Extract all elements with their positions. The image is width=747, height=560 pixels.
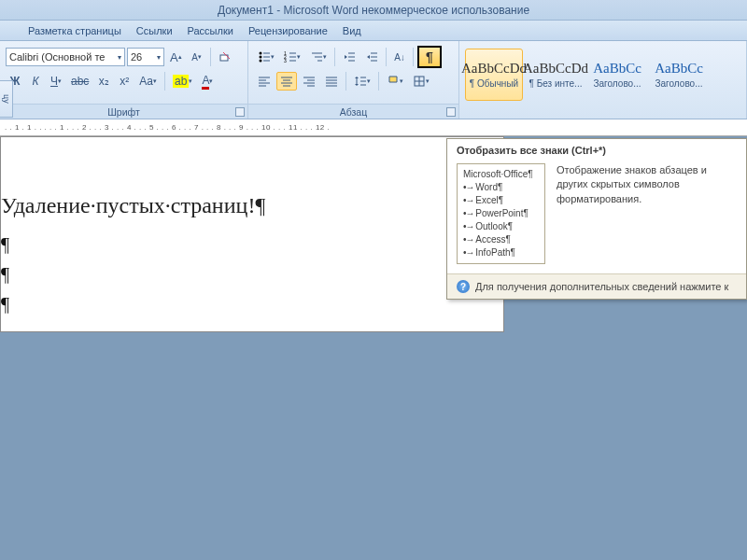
style-item-2[interactable]: AaBbCcЗаголово... [588, 49, 646, 101]
title-text: Документ1 - Microsoft Word некоммерческо… [218, 4, 529, 17]
group-font: Calibri (Основной те▾ 26▾ A▴ A▾ Ж К Ч▾ a… [0, 41, 248, 119]
svg-point-5 [260, 60, 262, 63]
sort-button[interactable]: A↓ [390, 48, 409, 66]
align-justify-button[interactable] [321, 72, 342, 91]
shrink-font-button[interactable]: A▾ [188, 48, 206, 66]
change-case-button[interactable]: Aa▾ [135, 72, 161, 91]
clipboard-tab[interactable]: цу [0, 80, 13, 118]
style-item-3[interactable]: AaBbCcЗаголово... [650, 49, 708, 101]
font-color-button[interactable]: A▾ [198, 72, 217, 91]
blank-para-3: ¶ [1, 289, 503, 319]
ribbon: Calibri (Основной те▾ 26▾ A▴ A▾ Ж К Ч▾ a… [0, 41, 747, 119]
font-size-combo[interactable]: 26▾ [127, 48, 164, 66]
clear-format-button[interactable] [215, 48, 237, 66]
highlight-button[interactable]: ab▾ [169, 72, 196, 91]
title-bar: Документ1 - Microsoft Word некоммерческо… [0, 0, 747, 21]
font-family-combo[interactable]: Calibri (Основной те▾ [6, 48, 125, 66]
ribbon-tabs: Разметка страницы Ссылки Рассылки Реценз… [0, 21, 747, 41]
tooltip: Отобразить все знаки (Ctrl+*) Microsoft·… [446, 138, 747, 300]
svg-text:3: 3 [284, 58, 287, 63]
para-dialog-launcher[interactable] [446, 107, 456, 117]
subscript-button[interactable]: x₂ [94, 72, 113, 91]
superscript-button[interactable]: x² [115, 72, 134, 91]
tooltip-sample: Microsoft·Office¶ Word¶Excel¶PowerPoint¶… [457, 163, 545, 264]
align-left-button[interactable] [254, 72, 275, 91]
tab-references[interactable]: Ссылки [136, 25, 173, 36]
strike-button[interactable]: abc [67, 72, 92, 91]
shading-button[interactable]: ▾ [383, 72, 407, 91]
indent-decrease-button[interactable] [339, 48, 359, 66]
show-hide-button[interactable]: ¶ [417, 46, 442, 68]
bullets-button[interactable]: ▾ [254, 48, 278, 66]
ruler[interactable]: . . 1 . 1 . . . . . 1 . . . 2 . . . 3 . … [0, 119, 747, 136]
blank-para-2: ¶ [1, 259, 503, 289]
tooltip-desc: Отображение знаков абзацев и другиx скры… [557, 163, 737, 264]
tab-mailings[interactable]: Рассылки [188, 25, 233, 36]
doc-heading: Удаление·пустых·страниц!¶ [1, 193, 503, 218]
italic-button[interactable]: К [26, 72, 45, 91]
numbering-button[interactable]: 123▾ [280, 48, 304, 66]
underline-button[interactable]: Ч▾ [47, 72, 65, 91]
svg-point-1 [260, 52, 262, 55]
multilevel-button[interactable]: ▾ [306, 48, 331, 66]
grow-font-button[interactable]: A▴ [166, 48, 186, 66]
tooltip-title: Отобразить все знаки (Ctrl+*) [447, 139, 746, 160]
style-item-1[interactable]: AaBbCcDd¶ Без инте... [527, 49, 585, 101]
style-item-0[interactable]: AaBbCcDd¶ Обычный [465, 49, 523, 101]
group-styles: AaBbCcDd¶ ОбычныйAaBbCcDd¶ Без инте...Aa… [459, 41, 747, 119]
document-page[interactable]: Удаление·пустых·страниц!¶ ¶ ¶ ¶ [0, 136, 504, 332]
indent-increase-button[interactable] [361, 48, 382, 66]
line-spacing-button[interactable]: ▾ [350, 72, 374, 91]
font-group-title: Шрифт [0, 104, 247, 119]
align-right-button[interactable] [299, 72, 319, 91]
blank-para-1: ¶ [1, 230, 503, 259]
paragraph-group-title: Абзац [248, 104, 458, 119]
tab-layout[interactable]: Разметка страницы [28, 25, 121, 36]
help-icon: ? [457, 280, 470, 293]
svg-point-3 [260, 56, 262, 59]
align-center-button[interactable] [276, 72, 297, 91]
font-dialog-launcher[interactable] [235, 107, 245, 117]
tooltip-footer[interactable]: ? Для получения дополнительных сведений … [447, 273, 746, 299]
tab-review[interactable]: Рецензирование [248, 25, 328, 36]
tab-view[interactable]: Вид [343, 25, 361, 36]
borders-button[interactable]: ▾ [409, 72, 433, 91]
group-paragraph: ▾ 123▾ ▾ A↓ ¶ ▾ ▾ ▾ Абзац [248, 41, 459, 119]
